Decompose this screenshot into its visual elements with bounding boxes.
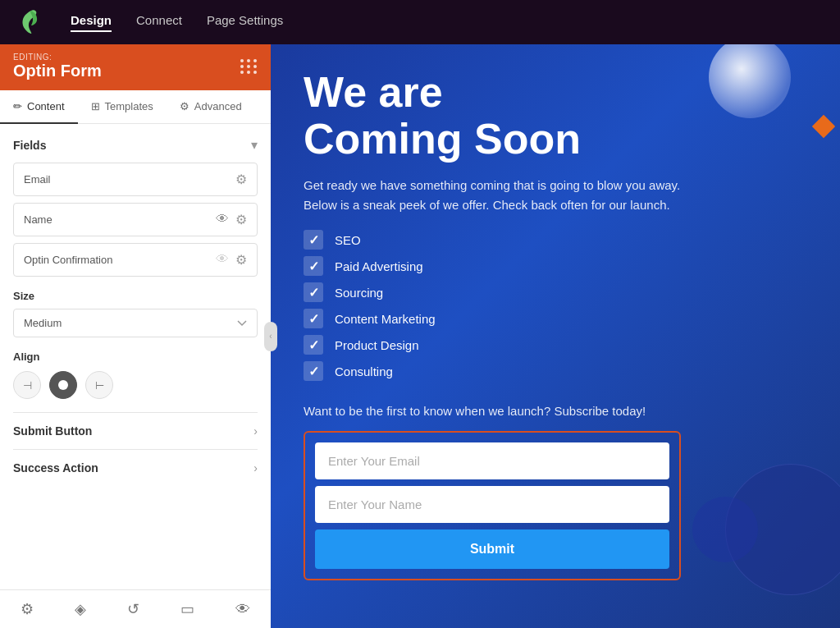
submit-button-section[interactable]: Submit Button › — [13, 412, 258, 449]
check-icon-content: ✓ — [304, 309, 323, 328]
nav-tab-connect[interactable]: Connect — [136, 13, 182, 32]
tab-templates[interactable]: ⊞ Templates — [78, 90, 167, 124]
templates-icon: ⊞ — [91, 100, 100, 112]
tab-advanced[interactable]: ⚙ Advanced — [167, 90, 255, 124]
mobile-footer-icon[interactable]: ▭ — [180, 600, 194, 618]
success-action-chevron: › — [253, 461, 258, 474]
align-center-btn[interactable] — [49, 371, 77, 399]
align-section: Align ⊣ ⊢ — [13, 351, 258, 399]
content-icon: ✏ — [13, 100, 22, 112]
checklist-label-seo: SEO — [335, 233, 361, 247]
tab-content-label: Content — [27, 100, 65, 112]
dots-grid-icon[interactable] — [240, 59, 258, 74]
preview-heading: We areComing Soon — [304, 69, 807, 163]
fields-title: Fields — [13, 139, 46, 152]
preview-footer-icon[interactable]: 👁 — [235, 601, 250, 618]
sidebar-subtabs: ✏ Content ⊞ Templates ⚙ Advanced — [0, 90, 271, 124]
sidebar-content: Fields ▾ Email ⚙ Name 👁 ⚙ Optin Con — [0, 124, 271, 589]
editing-label: EDITING: — [13, 53, 102, 62]
eye-off-icon-optin[interactable]: 👁 — [216, 252, 229, 268]
fields-chevron[interactable]: ▾ — [251, 137, 258, 153]
logo — [16, 7, 46, 37]
layers-footer-icon[interactable]: ◈ — [75, 600, 86, 618]
preview-area: We areComing Soon Get ready we have some… — [271, 44, 840, 628]
sidebar-header-left: EDITING: Optin Form — [13, 53, 102, 80]
email-input[interactable] — [315, 442, 669, 479]
top-nav: Design Connect Page Settings — [0, 0, 840, 44]
checklist-item-product: ✓ Product Design — [304, 335, 807, 355]
checklist-item-seo: ✓ SEO — [304, 230, 807, 250]
check-icon-seo: ✓ — [304, 230, 323, 250]
check-icon-advertising: ✓ — [304, 256, 323, 276]
checklist-label-product: Product Design — [335, 338, 419, 352]
field-label-name: Name — [24, 213, 216, 226]
checklist-label-sourcing: Sourcing — [335, 286, 383, 300]
field-row-email: Email ⚙ — [13, 163, 258, 196]
size-label: Size — [13, 290, 258, 302]
align-buttons: ⊣ ⊢ — [13, 371, 258, 399]
field-label-email: Email — [24, 173, 235, 186]
submit-button[interactable]: Submit — [315, 529, 669, 569]
nav-tab-page-settings[interactable]: Page Settings — [207, 13, 283, 32]
tab-content[interactable]: ✏ Content — [0, 90, 78, 124]
field-row-name: Name 👁 ⚙ — [13, 203, 258, 236]
checklist-item-content: ✓ Content Marketing — [304, 309, 807, 328]
field-row-optin: Optin Confirmation 👁 ⚙ — [13, 243, 258, 277]
name-input[interactable] — [315, 486, 669, 523]
check-icon-consulting: ✓ — [304, 361, 323, 381]
size-section: Size Small Medium Large — [13, 290, 258, 337]
nav-tabs: Design Connect Page Settings — [71, 13, 283, 32]
sidebar-footer: ⚙ ◈ ↺ ▭ 👁 — [0, 589, 271, 628]
nav-tab-design[interactable]: Design — [71, 13, 112, 32]
settings-footer-icon[interactable]: ⚙ — [21, 600, 34, 618]
check-icon-sourcing: ✓ — [304, 282, 323, 302]
subscribe-text: Want to be the first to know when we lau… — [304, 404, 807, 418]
main-layout: EDITING: Optin Form ✏ Content ⊞ Template… — [0, 44, 840, 628]
field-label-optin: Optin Confirmation — [24, 254, 216, 266]
checklist: ✓ SEO ✓ Paid Advertising ✓ Sourcing ✓ Co… — [304, 230, 807, 387]
preview-description: Get ready we have something coming that … — [304, 176, 681, 215]
editing-title: Optin Form — [13, 62, 102, 80]
fields-section-header: Fields ▾ — [13, 137, 258, 153]
checklist-label-advertising: Paid Advertising — [335, 259, 423, 273]
history-footer-icon[interactable]: ↺ — [127, 600, 139, 618]
check-icon-product: ✓ — [304, 335, 323, 355]
submit-button-label: Submit Button — [13, 424, 92, 438]
checklist-item-consulting: ✓ Consulting — [304, 361, 807, 381]
success-action-section[interactable]: Success Action › — [13, 449, 258, 486]
checklist-label-content: Content Marketing — [335, 312, 436, 326]
checklist-label-consulting: Consulting — [335, 364, 393, 378]
field-icons-optin: 👁 ⚙ — [216, 252, 247, 268]
field-icons-email: ⚙ — [235, 172, 247, 187]
gear-icon-optin[interactable]: ⚙ — [235, 252, 247, 268]
field-icons-name: 👁 ⚙ — [216, 212, 247, 227]
align-right-btn[interactable]: ⊢ — [85, 371, 113, 399]
deco-diamond — [812, 115, 835, 138]
size-select[interactable]: Small Medium Large — [13, 309, 258, 337]
tab-templates-label: Templates — [105, 100, 153, 112]
sidebar-header: EDITING: Optin Form — [0, 44, 271, 90]
success-action-label: Success Action — [13, 461, 98, 474]
optin-form: Submit — [304, 431, 681, 580]
sidebar: EDITING: Optin Form ✏ Content ⊞ Template… — [0, 44, 271, 628]
gear-icon-name[interactable]: ⚙ — [235, 212, 247, 227]
align-label: Align — [13, 351, 258, 363]
gear-icon-email[interactable]: ⚙ — [235, 172, 247, 187]
submit-button-chevron: › — [253, 424, 258, 438]
eye-icon-name[interactable]: 👁 — [216, 212, 229, 227]
advanced-icon: ⚙ — [180, 100, 189, 112]
deco-circle-3 — [692, 497, 758, 562]
checklist-item-sourcing: ✓ Sourcing — [304, 282, 807, 302]
align-left-btn[interactable]: ⊣ — [13, 371, 41, 399]
checklist-item-advertising: ✓ Paid Advertising — [304, 256, 807, 276]
tab-advanced-label: Advanced — [194, 100, 242, 112]
